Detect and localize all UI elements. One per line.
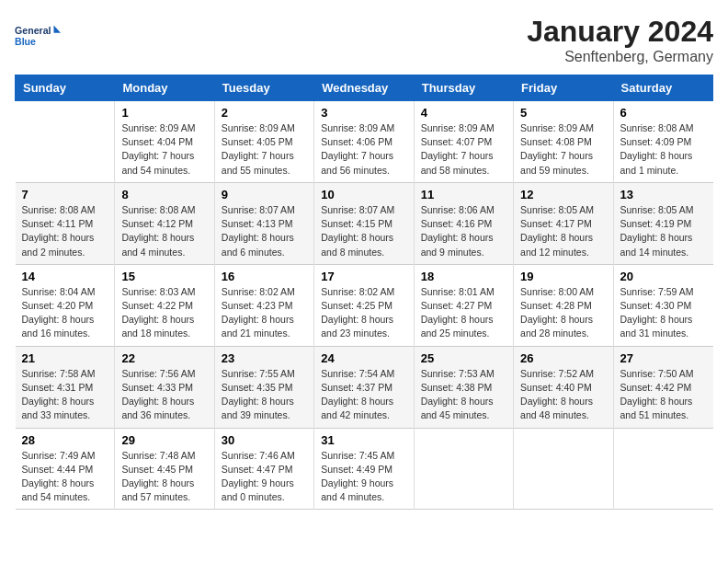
calendar-cell: 18Sunrise: 8:01 AMSunset: 4:27 PMDayligh… xyxy=(414,264,513,346)
day-info: Sunrise: 8:03 AMSunset: 4:22 PMDaylight:… xyxy=(121,285,207,341)
day-number: 8 xyxy=(121,188,207,201)
calendar-cell: 21Sunrise: 7:58 AMSunset: 4:31 PMDayligh… xyxy=(16,346,115,428)
calendar-cell: 11Sunrise: 8:06 AMSunset: 4:16 PMDayligh… xyxy=(414,182,513,264)
calendar-cell: 13Sunrise: 8:05 AMSunset: 4:19 PMDayligh… xyxy=(613,182,712,264)
sub-title: Senftenberg, Germany xyxy=(527,49,713,65)
week-row-1: 1Sunrise: 8:09 AMSunset: 4:04 PMDaylight… xyxy=(16,101,713,183)
calendar-cell: 4Sunrise: 8:09 AMSunset: 4:07 PMDaylight… xyxy=(414,101,513,183)
week-row-3: 14Sunrise: 8:04 AMSunset: 4:20 PMDayligh… xyxy=(16,264,713,346)
day-number: 15 xyxy=(121,270,207,283)
header-row: SundayMondayTuesdayWednesdayThursdayFrid… xyxy=(16,75,713,101)
day-info: Sunrise: 7:56 AMSunset: 4:33 PMDaylight:… xyxy=(121,367,207,423)
day-info: Sunrise: 7:54 AMSunset: 4:37 PMDaylight:… xyxy=(321,367,406,423)
day-info: Sunrise: 8:00 AMSunset: 4:28 PMDaylight:… xyxy=(520,285,606,341)
calendar-cell: 7Sunrise: 8:08 AMSunset: 4:11 PMDaylight… xyxy=(16,182,115,264)
day-info: Sunrise: 8:09 AMSunset: 4:06 PMDaylight:… xyxy=(321,121,406,178)
calendar-cell: 16Sunrise: 8:02 AMSunset: 4:23 PMDayligh… xyxy=(214,264,313,346)
calendar-cell: 17Sunrise: 8:02 AMSunset: 4:25 PMDayligh… xyxy=(314,264,414,346)
day-number: 1 xyxy=(121,106,207,120)
calendar-cell: 1Sunrise: 8:09 AMSunset: 4:04 PMDaylight… xyxy=(115,101,214,183)
day-header-sunday: Sunday xyxy=(16,75,115,101)
calendar-cell: 19Sunrise: 8:00 AMSunset: 4:28 PMDayligh… xyxy=(514,264,613,346)
day-info: Sunrise: 8:09 AMSunset: 4:07 PMDaylight:… xyxy=(421,121,506,178)
day-number: 22 xyxy=(121,351,207,365)
day-info: Sunrise: 7:45 AMSunset: 4:49 PMDaylight:… xyxy=(321,449,406,505)
day-info: Sunrise: 8:05 AMSunset: 4:17 PMDaylight:… xyxy=(520,203,606,259)
day-number: 3 xyxy=(321,106,406,120)
day-number: 7 xyxy=(22,188,108,201)
day-info: Sunrise: 8:06 AMSunset: 4:16 PMDaylight:… xyxy=(421,203,506,259)
day-number: 17 xyxy=(321,270,406,283)
logo-svg: General Blue xyxy=(15,15,61,56)
calendar-cell: 14Sunrise: 8:04 AMSunset: 4:20 PMDayligh… xyxy=(16,264,115,346)
day-info: Sunrise: 8:07 AMSunset: 4:15 PMDaylight:… xyxy=(321,203,406,259)
day-header-thursday: Thursday xyxy=(414,75,513,101)
day-info: Sunrise: 8:08 AMSunset: 4:12 PMDaylight:… xyxy=(121,203,207,259)
main-title: January 2024 xyxy=(527,15,713,49)
calendar-cell: 8Sunrise: 8:08 AMSunset: 4:12 PMDaylight… xyxy=(115,182,214,264)
day-header-wednesday: Wednesday xyxy=(314,75,414,101)
day-info: Sunrise: 7:46 AMSunset: 4:47 PMDaylight:… xyxy=(222,449,307,505)
calendar-cell xyxy=(613,428,712,510)
day-info: Sunrise: 8:08 AMSunset: 4:09 PMDaylight:… xyxy=(620,121,707,178)
day-number: 27 xyxy=(620,351,707,365)
calendar-cell: 26Sunrise: 7:52 AMSunset: 4:40 PMDayligh… xyxy=(514,346,613,428)
calendar-cell: 25Sunrise: 7:53 AMSunset: 4:38 PMDayligh… xyxy=(414,346,513,428)
day-number: 11 xyxy=(421,188,506,201)
day-number: 28 xyxy=(22,433,108,447)
day-number: 19 xyxy=(520,270,606,283)
calendar-cell: 10Sunrise: 8:07 AMSunset: 4:15 PMDayligh… xyxy=(314,182,414,264)
day-info: Sunrise: 8:09 AMSunset: 4:08 PMDaylight:… xyxy=(520,121,606,178)
svg-marker-2 xyxy=(54,26,62,33)
calendar-cell: 30Sunrise: 7:46 AMSunset: 4:47 PMDayligh… xyxy=(214,428,313,510)
day-info: Sunrise: 8:04 AMSunset: 4:20 PMDaylight:… xyxy=(22,285,108,341)
header: General Blue January 2024 Senftenberg, G… xyxy=(15,15,713,65)
day-number: 20 xyxy=(620,270,707,283)
day-header-friday: Friday xyxy=(514,75,613,101)
day-header-saturday: Saturday xyxy=(613,75,712,101)
day-number: 26 xyxy=(520,351,606,365)
day-info: Sunrise: 7:55 AMSunset: 4:35 PMDaylight:… xyxy=(222,367,307,423)
day-info: Sunrise: 7:59 AMSunset: 4:30 PMDaylight:… xyxy=(620,285,707,341)
day-header-monday: Monday xyxy=(115,75,214,101)
day-info: Sunrise: 8:02 AMSunset: 4:25 PMDaylight:… xyxy=(321,285,406,341)
calendar-cell: 24Sunrise: 7:54 AMSunset: 4:37 PMDayligh… xyxy=(314,346,414,428)
calendar-cell: 5Sunrise: 8:09 AMSunset: 4:08 PMDaylight… xyxy=(514,101,613,183)
calendar-cell: 9Sunrise: 8:07 AMSunset: 4:13 PMDaylight… xyxy=(214,182,313,264)
day-info: Sunrise: 8:08 AMSunset: 4:11 PMDaylight:… xyxy=(22,203,108,259)
day-header-tuesday: Tuesday xyxy=(214,75,313,101)
calendar-cell xyxy=(16,101,115,183)
calendar-cell: 6Sunrise: 8:08 AMSunset: 4:09 PMDaylight… xyxy=(613,101,712,183)
day-info: Sunrise: 8:09 AMSunset: 4:05 PMDaylight:… xyxy=(222,121,307,178)
day-info: Sunrise: 7:53 AMSunset: 4:38 PMDaylight:… xyxy=(421,367,506,423)
day-number: 2 xyxy=(222,106,307,120)
day-number: 4 xyxy=(421,106,506,120)
day-info: Sunrise: 8:09 AMSunset: 4:04 PMDaylight:… xyxy=(121,121,207,178)
day-info: Sunrise: 8:01 AMSunset: 4:27 PMDaylight:… xyxy=(421,285,506,341)
day-number: 14 xyxy=(22,270,108,283)
day-number: 6 xyxy=(620,106,707,120)
svg-text:General: General xyxy=(15,25,51,36)
day-number: 25 xyxy=(421,351,506,365)
calendar-cell: 27Sunrise: 7:50 AMSunset: 4:42 PMDayligh… xyxy=(613,346,712,428)
calendar-cell: 20Sunrise: 7:59 AMSunset: 4:30 PMDayligh… xyxy=(613,264,712,346)
day-number: 23 xyxy=(222,351,307,365)
day-info: Sunrise: 7:52 AMSunset: 4:40 PMDaylight:… xyxy=(520,367,606,423)
calendar-cell: 28Sunrise: 7:49 AMSunset: 4:44 PMDayligh… xyxy=(16,428,115,510)
calendar-cell: 22Sunrise: 7:56 AMSunset: 4:33 PMDayligh… xyxy=(115,346,214,428)
calendar-table: SundayMondayTuesdayWednesdayThursdayFrid… xyxy=(15,75,713,510)
title-area: January 2024 Senftenberg, Germany xyxy=(527,15,713,65)
day-number: 29 xyxy=(121,433,207,447)
calendar-cell: 3Sunrise: 8:09 AMSunset: 4:06 PMDaylight… xyxy=(314,101,414,183)
week-row-5: 28Sunrise: 7:49 AMSunset: 4:44 PMDayligh… xyxy=(16,428,713,510)
logo: General Blue xyxy=(15,15,61,56)
day-number: 18 xyxy=(421,270,506,283)
day-info: Sunrise: 7:58 AMSunset: 4:31 PMDaylight:… xyxy=(22,367,108,423)
calendar-cell: 12Sunrise: 8:05 AMSunset: 4:17 PMDayligh… xyxy=(514,182,613,264)
day-info: Sunrise: 8:05 AMSunset: 4:19 PMDaylight:… xyxy=(620,203,707,259)
calendar-cell: 29Sunrise: 7:48 AMSunset: 4:45 PMDayligh… xyxy=(115,428,214,510)
calendar-cell: 31Sunrise: 7:45 AMSunset: 4:49 PMDayligh… xyxy=(314,428,414,510)
calendar-cell xyxy=(514,428,613,510)
day-number: 24 xyxy=(321,351,406,365)
day-number: 12 xyxy=(520,188,606,201)
